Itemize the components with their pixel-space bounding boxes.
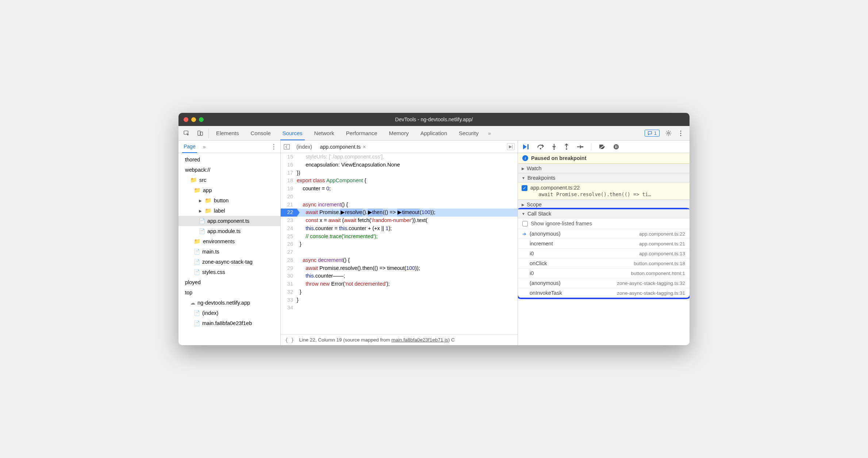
tree-file-main[interactable]: 📄main.ts [178,247,280,257]
settings-gear-icon[interactable] [665,130,672,136]
frame-name: (anonymous) [529,280,617,286]
file-icon: 📄 [194,310,200,316]
frame-location: button.component.ts:18 [634,261,685,266]
tab-sources[interactable]: Sources [280,126,305,140]
svg-rect-1 [198,131,200,135]
svg-point-8 [273,146,274,147]
tab-security[interactable]: Security [457,126,481,140]
tree-folder-src[interactable]: 📁src [178,175,280,185]
folder-icon: 📁 [205,197,212,204]
tree-deployed[interactable]: ployed [178,277,280,287]
svg-point-17 [614,144,619,149]
breakpoint-line[interactable]: 22 await Promise.▶resolve().▶then(() => … [281,209,518,217]
file-tree: thored webpack:// 📁src 📁app ▶📁button ▶📁l… [178,153,280,345]
callstack-frame[interactable]: ➔(anonymous)app.component.ts:22 [518,229,690,239]
callstack-frame[interactable]: incrementapp.component.ts:21 [518,239,690,249]
breakpoints-section[interactable]: ▼Breakpoints [518,173,690,183]
breakpoint-checkbox[interactable]: ✓ [522,185,527,191]
navigator-kebab-icon[interactable] [270,144,277,150]
file-icon: 📄 [194,259,200,265]
paused-message: Paused on breakpoint [531,155,586,161]
svg-point-7 [273,144,274,145]
drawer-toggle-icon[interactable]: ▶| [507,143,515,150]
kebab-menu-icon[interactable] [677,130,684,136]
editor-pane: (index) app.component.ts× ▶| 15 styleUrl… [281,141,518,345]
tab-application[interactable]: Application [418,126,449,140]
callstack-frame[interactable]: onInvokeTaskzone-async-stack-tagging.ts:… [518,288,690,298]
tab-memory[interactable]: Memory [387,126,411,140]
step-over-button[interactable] [537,144,544,150]
frame-name: increment [529,241,639,247]
tree-file-appcomponent[interactable]: 📄app.component.ts [178,216,280,226]
callstack-section[interactable]: ▼Call Stack [518,209,690,218]
navigator-pane: Page » thored webpack:// 📁src 📁app ▶📁but… [178,141,281,345]
file-icon: 📄 [194,269,200,275]
svg-rect-11 [527,144,529,149]
close-tab-icon[interactable]: × [363,144,366,150]
device-toolbar-icon[interactable] [197,130,203,136]
issues-badge[interactable]: 1 [645,130,660,137]
frame-name: i0 [529,251,639,256]
tree-file-index[interactable]: 📄(index) [178,308,280,318]
tree-top[interactable]: top [178,287,280,298]
step-out-button[interactable] [564,144,569,150]
tree-webpack[interactable]: webpack:// [178,165,280,175]
navigator-more-chevron-icon[interactable]: » [203,144,206,150]
callstack-frame[interactable]: i0app.component.ts:13 [518,249,690,259]
tree-folder-environments[interactable]: 📁environments [178,236,280,247]
callstack-frame[interactable]: onClickbutton.component.ts:18 [518,259,690,268]
breakpoint-title: app.component.ts:22 [530,185,580,191]
tree-domain[interactable]: ☁ng-devtools.netlify.app [178,298,280,308]
editor-tab-index[interactable]: (index) [295,141,314,153]
breakpoint-item[interactable]: ✓ app.component.ts:22 await Promise.reso… [518,183,690,200]
maximize-window-button[interactable] [199,117,204,122]
resume-button[interactable] [522,144,530,150]
deactivate-breakpoints-button[interactable] [599,144,606,150]
file-icon: 📄 [199,218,205,224]
tab-performance[interactable]: Performance [344,126,380,140]
traffic-lights [184,117,204,122]
step-button[interactable] [576,144,584,149]
frame-name: i0 [529,270,631,276]
pause-exceptions-button[interactable] [613,144,619,150]
cursor-position: Line 22, Column 19 [299,337,342,343]
watch-section[interactable]: ▶Watch [518,164,690,173]
tree-file-styles[interactable]: 📄styles.css [178,267,280,277]
callstack-frame[interactable]: i0button.component.html:1 [518,268,690,278]
titlebar: DevTools - ng-devtools.netlify.app/ [178,113,690,126]
svg-point-15 [582,146,583,148]
tab-network[interactable]: Network [312,126,337,140]
inspect-element-icon[interactable] [184,130,190,136]
tree-file-zone[interactable]: 📄zone-async-stack-tag [178,257,280,267]
tree-file-appmodule[interactable]: 📄app.module.ts [178,226,280,236]
ignore-checkbox[interactable] [522,221,528,226]
callstack-frame[interactable]: (anonymous)zone-async-stack-tagging.ts:3… [518,278,690,288]
folder-icon: 📁 [194,238,201,245]
minimize-window-button[interactable] [191,117,196,122]
tree-folder-button[interactable]: ▶📁button [178,195,280,206]
svg-rect-10 [284,144,289,149]
tab-elements[interactable]: Elements [214,126,241,140]
frame-name: (anonymous) [529,231,639,237]
tree-folder-label[interactable]: ▶📁label [178,206,280,216]
nav-back-icon[interactable] [284,144,290,150]
tree-file-mainhash[interactable]: 📄main.fa8bfa0e23f1eb [178,318,280,328]
tree-authored[interactable]: thored [178,154,280,165]
expand-arrow-icon: ▶ [199,199,203,203]
more-tabs-chevron-icon[interactable]: » [488,130,491,136]
folder-icon: 📁 [190,177,197,183]
pretty-print-icon[interactable]: { } [285,337,294,343]
paused-banner: i Paused on breakpoint [518,153,690,164]
tree-folder-app[interactable]: 📁app [178,185,280,195]
expand-arrow-icon: ▶ [199,209,203,213]
editor-tab-appcomponent[interactable]: app.component.ts× [319,141,367,153]
tab-console[interactable]: Console [249,126,273,140]
breakpoint-preview: await Promise.resolve().then(() => ti… [530,191,686,197]
sourcemap-link[interactable]: main.fa8bfa0e23f1eb71.js [391,337,448,343]
close-window-button[interactable] [184,117,188,122]
code-editor[interactable]: 15 styleUrls: ['./app.component.css'], 1… [281,153,518,334]
navigator-tab-page[interactable]: Page [182,141,197,153]
show-ignore-listed-toggle[interactable]: Show ignore-listed frames [518,218,690,229]
cloud-icon: ☁ [190,300,195,306]
step-into-button[interactable] [552,144,557,150]
